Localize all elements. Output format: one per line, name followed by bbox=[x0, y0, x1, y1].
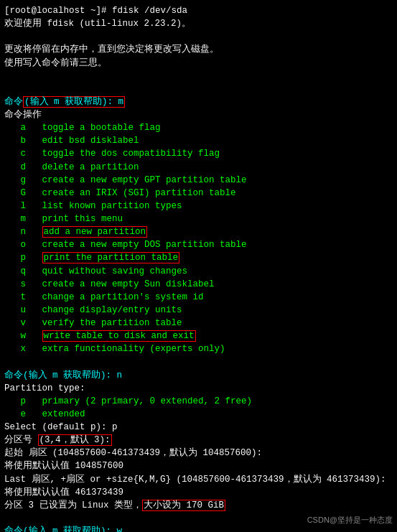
blank-1 bbox=[4, 30, 393, 43]
blank-2 bbox=[4, 70, 393, 83]
use-default-end: 将使用默认认值 461373439 bbox=[4, 486, 393, 499]
op-a: a toggle a bootable flag bbox=[4, 121, 393, 134]
op-t: t change a partition's system id bbox=[4, 291, 393, 304]
cmd-ops-header: 命令操作 bbox=[4, 108, 393, 121]
partition-type-label: Partition type: bbox=[4, 382, 393, 395]
blank-4 bbox=[4, 355, 393, 368]
op-p: p print the partition table bbox=[4, 251, 393, 264]
prompt-n: 命令(输入 m 获取帮助): n bbox=[4, 369, 393, 382]
op-m: m print this menu bbox=[4, 213, 393, 225]
cmd-line: [root@localhost ~]# fdisk /dev/sda bbox=[4, 4, 393, 17]
op-d: d delete a partition bbox=[4, 161, 393, 174]
watermark: CSDN@坚持是一种态度 bbox=[307, 515, 393, 526]
op-x: x extra functionality (experts only) bbox=[4, 342, 393, 355]
warn-line-2: 使用写入命令前请三思。 bbox=[4, 57, 393, 70]
welcome-line: 欢迎使用 fdisk (util-linux 2.23.2)。 bbox=[4, 17, 393, 30]
partition-set: 分区 3 已设置为 Linux 类型，大小设为 170 GiB bbox=[4, 499, 393, 512]
partition-number: 分区号 (3,4，默认 3): bbox=[4, 434, 393, 447]
blank-3 bbox=[4, 83, 393, 95]
op-s: s create a new empty Sun disklabel bbox=[4, 278, 393, 291]
op-u: u change display/entry units bbox=[4, 304, 393, 317]
type-extended: e extended bbox=[4, 408, 393, 421]
warn-line-1: 更改将停留在内存中，直到您决定将更改写入磁盘。 bbox=[4, 43, 393, 56]
op-q: q quit without saving changes bbox=[4, 265, 393, 278]
op-l: l list known partition types bbox=[4, 200, 393, 213]
op-n: n add a new partition bbox=[4, 225, 393, 238]
op-b: b edit bsd disklabel bbox=[4, 134, 393, 147]
op-G: G create an IRIX (SGI) partition table bbox=[4, 187, 393, 200]
select-default-p: Select (default p): p bbox=[4, 421, 393, 434]
prompt-m: 命令(输入 m 获取帮助): m bbox=[4, 95, 393, 108]
op-v: v verify the partition table bbox=[4, 317, 393, 330]
op-o: o create a new empty DOS partition table bbox=[4, 238, 393, 251]
type-primary: p primary (2 primary, 0 extended, 2 free… bbox=[4, 395, 393, 408]
first-sector: 起始 扇区 (104857600-461373439，默认为 104857600… bbox=[4, 447, 393, 459]
use-default-start: 将使用默认认值 104857600 bbox=[4, 459, 393, 472]
op-g: g create a new empty GPT partition table bbox=[4, 174, 393, 187]
last-sector: Last 扇区, +扇区 or +size{K,M,G} (104857600-… bbox=[4, 473, 393, 486]
op-c: c toggle the dos compatibility flag bbox=[4, 147, 393, 160]
op-w: w write table to disk and exit bbox=[4, 330, 393, 342]
